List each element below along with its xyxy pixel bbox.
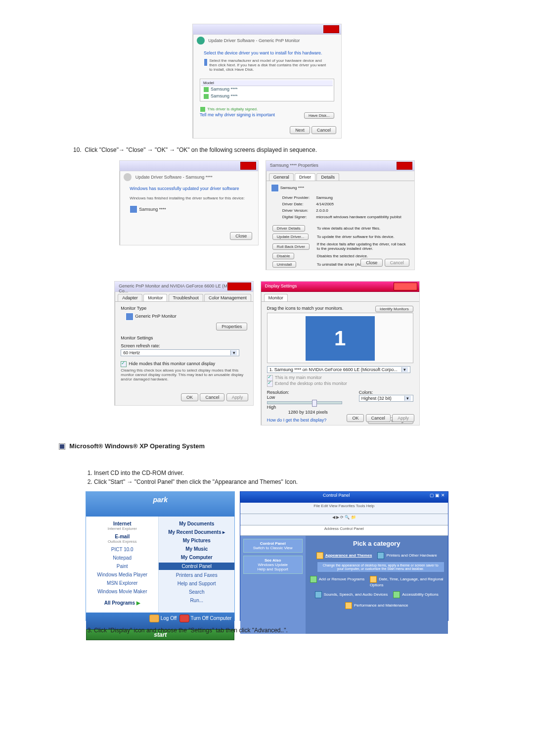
category-icon bbox=[345, 602, 352, 609]
sidebar-item[interactable]: Windows Movie Maker bbox=[90, 587, 154, 596]
model-list[interactable]: Model Samsung **** Samsung **** bbox=[200, 79, 334, 101]
sidebar-item[interactable]: My Documents bbox=[163, 520, 230, 528]
monitor-select[interactable]: 1. Samsung **** on NVIDIA GeForce 6600 L… bbox=[267, 366, 410, 373]
sidebar-item[interactable]: Search bbox=[163, 588, 230, 596]
category-link[interactable]: Accessibility Options bbox=[402, 592, 438, 597]
tab-driver[interactable]: Driver bbox=[295, 173, 315, 181]
window-controls[interactable] bbox=[227, 283, 251, 290]
tab-monitor[interactable]: Monitor bbox=[143, 294, 167, 301]
rollback-button[interactable]: Roll Back Driver bbox=[272, 243, 310, 250]
control-panel-main: Pick a category Appearance and Themes Pr… bbox=[306, 536, 448, 634]
sidebar-item[interactable]: Run... bbox=[163, 596, 230, 605]
cancel-button[interactable]: Cancel bbox=[200, 393, 224, 401]
close-icon[interactable] bbox=[397, 162, 412, 170]
category-appearance[interactable]: Appearance and Themes bbox=[325, 553, 372, 558]
sidebar-item[interactable]: PICT 10.0 bbox=[90, 545, 154, 554]
side-link[interactable]: Help and Support bbox=[258, 567, 288, 571]
monitor-icon-1[interactable]: 1 bbox=[306, 316, 375, 361]
uninstall-button[interactable]: Uninstall bbox=[272, 261, 297, 268]
sidebar-item-email[interactable]: E-mailOutlook Express bbox=[90, 532, 154, 545]
identify-monitors-button[interactable]: Identify Monitors bbox=[375, 306, 413, 312]
side-link[interactable]: Windows Update bbox=[258, 563, 287, 567]
category-link[interactable]: Sounds, Speech, and Audio Devices bbox=[324, 592, 388, 597]
list-item: Samsung **** bbox=[201, 86, 333, 93]
tab-details[interactable]: Details bbox=[316, 173, 339, 181]
back-icon[interactable] bbox=[197, 37, 205, 45]
warning-text: Clearing this check box allows you to se… bbox=[121, 368, 247, 381]
driver-icon bbox=[203, 94, 209, 99]
disable-button[interactable]: Disable bbox=[272, 253, 295, 259]
colors-select[interactable]: Highest (32 bit)▾ bbox=[359, 395, 413, 402]
tab-color-mgmt[interactable]: Color Management bbox=[204, 294, 251, 301]
sidebar-item[interactable]: Help and Support bbox=[163, 579, 230, 588]
sidebar-item[interactable]: MSN Explorer bbox=[90, 579, 154, 587]
category-link[interactable]: Add or Remove Programs bbox=[319, 577, 364, 581]
category-link[interactable]: Printers and Other Hardware bbox=[386, 553, 437, 558]
have-disk-button[interactable]: Have Disk... bbox=[304, 112, 334, 119]
toolbar[interactable]: ◀ ▶ ⟳ 🔍 📁 bbox=[240, 514, 448, 525]
best-display-link[interactable]: How do I get the best display? bbox=[267, 418, 327, 423]
ok-button[interactable]: OK bbox=[181, 393, 198, 401]
sidebar-item[interactable]: Printers and Faxes bbox=[163, 571, 230, 579]
tab-monitor[interactable]: Monitor bbox=[264, 294, 288, 301]
tab-adapter[interactable]: Adapter bbox=[118, 294, 142, 301]
address-bar[interactable]: Address Control Panel bbox=[240, 525, 448, 536]
sidebar-item[interactable]: My Recent Documents ▸ bbox=[163, 528, 230, 536]
logoff-icon[interactable] bbox=[149, 614, 159, 622]
close-button[interactable]: Close bbox=[230, 232, 252, 240]
label: Driver Version: bbox=[282, 208, 311, 213]
cancel-button[interactable]: Cancel bbox=[366, 414, 391, 422]
logoff-label[interactable]: Log Off bbox=[161, 615, 177, 621]
list-item: Samsung **** bbox=[201, 93, 333, 100]
ok-button[interactable]: OK bbox=[347, 414, 364, 422]
titlebar: Generic PnP Monitor and NVIDIA GeForce 6… bbox=[115, 282, 253, 292]
monitor-type-label: Monitor Type bbox=[121, 306, 247, 311]
turnoff-icon[interactable] bbox=[179, 614, 189, 622]
properties-button[interactable]: Properties bbox=[216, 323, 247, 331]
close-button[interactable]: Close bbox=[360, 259, 383, 267]
cancel-button[interactable]: Cancel bbox=[312, 126, 336, 134]
tab-general[interactable]: General bbox=[269, 173, 294, 181]
checkbox-label: This is my main monitor bbox=[275, 375, 322, 380]
driver-icon bbox=[203, 87, 209, 93]
monitor-arrangement[interactable]: 1 bbox=[267, 313, 413, 363]
window-controls[interactable] bbox=[394, 283, 417, 290]
category-icon bbox=[315, 591, 322, 598]
all-programs[interactable]: All Programs ▶ bbox=[90, 599, 154, 607]
resolution-slider[interactable] bbox=[267, 401, 342, 404]
hide-modes-checkbox[interactable] bbox=[121, 361, 127, 367]
menubar[interactable]: File Edit View Favorites Tools Help bbox=[240, 503, 448, 514]
why-signing-link[interactable]: Tell me why driver signing is important bbox=[200, 112, 275, 117]
category-link[interactable]: Date, Time, Language, and Regional Optio… bbox=[370, 577, 444, 587]
desc: To view details about the driver files. bbox=[316, 225, 408, 232]
refresh-rate-select[interactable]: 60 Hertz▾ bbox=[121, 349, 239, 356]
sidebar-item[interactable]: Windows Media Player bbox=[90, 570, 154, 579]
drag-text: Drag the icons to match your monitors. bbox=[267, 306, 344, 311]
update-driver-button[interactable]: Update Driver... bbox=[272, 234, 309, 240]
sidebar-item[interactable]: My Music bbox=[163, 545, 230, 553]
turnoff-label[interactable]: Turn Off Computer bbox=[191, 615, 232, 621]
category-link[interactable]: Performance and Maintenance bbox=[354, 603, 408, 608]
tab-troubleshoot[interactable]: Troubleshoot bbox=[169, 294, 203, 301]
sidebar-item[interactable]: My Pictures bbox=[163, 536, 230, 545]
titlebar bbox=[193, 24, 341, 35]
driver-details-button[interactable]: Driver Details bbox=[272, 225, 305, 232]
sidebar-item-control-panel[interactable]: Control Panel bbox=[159, 563, 234, 570]
monitor-settings-label: Monitor Settings bbox=[121, 335, 247, 340]
close-icon[interactable] bbox=[323, 25, 339, 33]
sidebar-item[interactable]: Notepad bbox=[90, 554, 154, 562]
dialog-update-success: Update Driver Software - Samsung **** Wi… bbox=[119, 160, 259, 245]
dialog-heading: Select the device driver you want to ins… bbox=[204, 50, 330, 55]
step-2: Click "Start" → "Control Panel" then cli… bbox=[94, 478, 475, 485]
side-heading: Control Panel bbox=[260, 541, 286, 546]
close-icon[interactable] bbox=[240, 162, 256, 170]
sidebar-item[interactable]: Paint bbox=[90, 562, 154, 570]
sidebar-item-internet[interactable]: InternetInternet Explorer bbox=[90, 520, 154, 532]
side-heading: See Also bbox=[265, 558, 281, 563]
next-button[interactable]: Next bbox=[290, 126, 310, 134]
side-link[interactable]: Switch to Classic View bbox=[253, 546, 293, 550]
sidebar-item[interactable]: My Computer bbox=[163, 553, 230, 562]
chevron-down-icon: ▾ bbox=[230, 350, 237, 355]
device-icon bbox=[204, 58, 208, 66]
resolution-label: Resolution: bbox=[267, 390, 349, 395]
